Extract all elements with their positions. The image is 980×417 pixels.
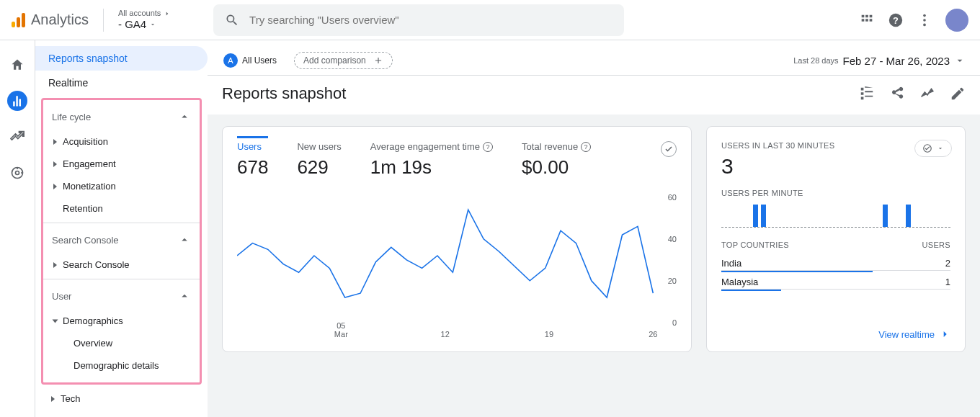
segment-badge: A bbox=[223, 53, 238, 68]
caret-down-icon bbox=[954, 55, 966, 66]
product-name: Analytics bbox=[31, 12, 89, 28]
data-quality-pill[interactable] bbox=[914, 140, 952, 157]
rail-home[interactable] bbox=[7, 55, 27, 75]
rail-reports[interactable] bbox=[7, 91, 27, 111]
sidebar-acquisition[interactable]: Acquisition bbox=[43, 130, 200, 153]
segment-name: All Users bbox=[242, 55, 277, 66]
overview-card: Users 678 New users 629 Average engageme… bbox=[222, 126, 692, 352]
search-icon bbox=[225, 13, 239, 27]
sidebar-demographics[interactable]: Demographics bbox=[43, 310, 200, 332]
svg-point-6 bbox=[16, 171, 19, 175]
sidebar-tech[interactable]: Tech bbox=[35, 387, 208, 410]
view-realtime-link[interactable]: View realtime bbox=[878, 328, 950, 340]
main-content: A All Users Add comparison Last 28 days … bbox=[208, 40, 980, 417]
help-icon[interactable]: ? bbox=[581, 142, 591, 152]
section-user[interactable]: User bbox=[43, 282, 200, 310]
realtime-value: 3 bbox=[721, 154, 950, 179]
realtime-card: USERS IN LAST 30 MINUTES 3 USERS PER MIN… bbox=[706, 126, 966, 352]
rail-advertising[interactable] bbox=[7, 163, 27, 183]
metric-users[interactable]: Users 678 bbox=[237, 136, 268, 179]
chevron-up-icon bbox=[178, 290, 191, 302]
svg-point-3 bbox=[923, 19, 926, 22]
sidebar-reports-snapshot[interactable]: Reports snapshot bbox=[35, 46, 208, 71]
users-col-label: USERS bbox=[922, 241, 950, 249]
divider bbox=[103, 9, 104, 32]
analytics-logo-icon bbox=[12, 13, 25, 27]
sidebar-realtime[interactable]: Realtime bbox=[35, 71, 208, 95]
sidebar-monetization[interactable]: Monetization bbox=[43, 175, 200, 197]
account-label: All accounts bbox=[118, 9, 161, 18]
chevron-right-icon bbox=[164, 10, 171, 17]
add-comparison-button[interactable]: Add comparison bbox=[294, 52, 393, 69]
svg-text:?: ? bbox=[893, 14, 899, 25]
share-icon[interactable] bbox=[889, 86, 905, 102]
sidebar-demographics-overview[interactable]: Overview bbox=[43, 332, 200, 354]
insights-icon[interactable] bbox=[919, 86, 935, 102]
caret-down-icon bbox=[937, 145, 944, 152]
sidebar-highlight: Life cycle Acquisition Engagement Moneti… bbox=[41, 98, 202, 385]
sidebar-retention[interactable]: Retention bbox=[43, 197, 200, 220]
data-quality-icon[interactable] bbox=[661, 141, 677, 157]
country-list: India2Malaysia1 bbox=[721, 254, 950, 291]
reports-sidebar: Reports snapshot Realtime Life cycle Acq… bbox=[35, 40, 208, 417]
section-life-cycle[interactable]: Life cycle bbox=[43, 103, 200, 130]
date-range-picker[interactable]: Last 28 days Feb 27 - Mar 26, 2023 bbox=[793, 55, 966, 67]
caret-down-icon bbox=[149, 21, 156, 28]
section-search-console[interactable]: Search Console bbox=[43, 226, 200, 254]
search-bar[interactable] bbox=[213, 4, 624, 36]
svg-point-2 bbox=[923, 14, 926, 17]
users-per-minute-chart bbox=[721, 202, 950, 228]
section-label: Search Console bbox=[52, 235, 119, 246]
section-label: User bbox=[52, 291, 71, 302]
help-icon[interactable]: ? bbox=[483, 142, 493, 152]
sidebar-engagement[interactable]: Engagement bbox=[43, 153, 200, 175]
page-actions bbox=[859, 86, 966, 102]
account-selector[interactable]: All accounts - GA4 bbox=[118, 9, 205, 31]
metric-avg-engagement[interactable]: Average engagement time ? 1m 19s bbox=[370, 141, 493, 179]
property-name: - GA4 bbox=[118, 18, 146, 31]
help-icon[interactable]: ? bbox=[888, 12, 904, 28]
country-row: India2 bbox=[721, 254, 950, 271]
product-logo[interactable]: Analytics bbox=[12, 12, 89, 28]
page-title: Reports snapshot bbox=[222, 84, 346, 103]
edit-icon[interactable] bbox=[950, 86, 966, 102]
metric-new-users[interactable]: New users 629 bbox=[297, 141, 341, 179]
customize-icon[interactable] bbox=[859, 86, 875, 102]
users-line-chart: 020406005Mar121926 bbox=[237, 193, 677, 337]
chevron-up-icon bbox=[178, 110, 191, 123]
apps-icon[interactable] bbox=[859, 12, 875, 28]
plus-icon bbox=[373, 55, 383, 66]
sidebar-search-console-item[interactable]: Search Console bbox=[43, 254, 200, 276]
arrow-right-icon bbox=[939, 328, 950, 340]
metric-total-revenue[interactable]: Total revenue ? $0.00 bbox=[522, 141, 591, 179]
app-header: Analytics All accounts - GA4 ? bbox=[0, 0, 980, 40]
search-input[interactable] bbox=[248, 13, 612, 27]
country-row: Malaysia1 bbox=[721, 272, 950, 290]
rail-explore[interactable] bbox=[7, 127, 27, 147]
nav-rail bbox=[0, 40, 35, 417]
countries-label: TOP COUNTRIES bbox=[721, 241, 789, 249]
header-actions: ? bbox=[859, 9, 968, 32]
segment-chip[interactable]: A All Users bbox=[222, 52, 285, 69]
svg-point-4 bbox=[923, 23, 926, 26]
sidebar-demographics-details[interactable]: Demographic details bbox=[43, 354, 200, 377]
filter-bar: A All Users Add comparison Last 28 days … bbox=[208, 40, 980, 76]
chevron-up-icon bbox=[178, 233, 191, 246]
section-label: Life cycle bbox=[52, 112, 91, 122]
per-minute-label: USERS PER MINUTE bbox=[721, 189, 950, 197]
page-header: Reports snapshot bbox=[208, 76, 980, 115]
avatar[interactable] bbox=[945, 9, 968, 32]
metric-tabs: Users 678 New users 629 Average engageme… bbox=[237, 141, 677, 179]
more-icon[interactable] bbox=[917, 12, 932, 28]
